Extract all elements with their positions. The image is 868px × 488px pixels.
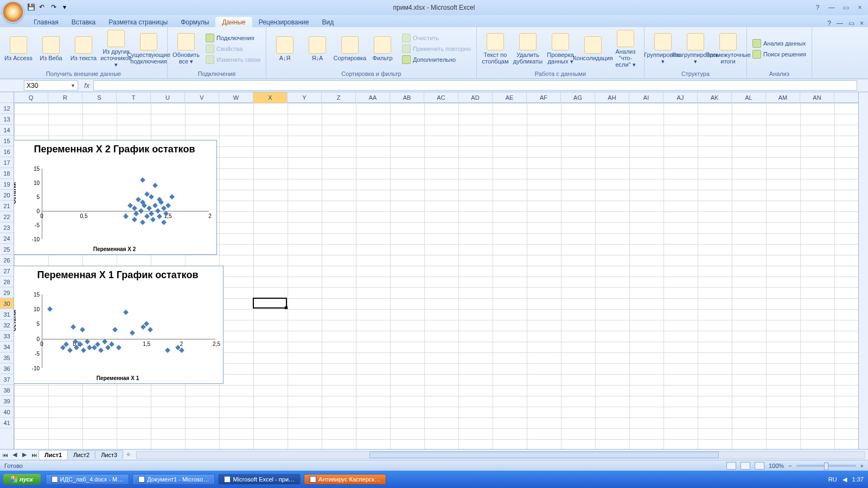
- row-header-24[interactable]: 24: [0, 233, 14, 244]
- row-header-29[interactable]: 29: [0, 287, 14, 298]
- ribbon-подключения[interactable]: Подключения: [203, 33, 263, 43]
- col-header-Q[interactable]: Q: [14, 92, 48, 103]
- col-header-W[interactable]: W: [219, 92, 253, 103]
- row-header-20[interactable]: 20: [0, 190, 14, 201]
- ribbon-дополнительно[interactable]: Дополнительно: [400, 55, 473, 65]
- fx-icon[interactable]: fx: [80, 82, 93, 89]
- row-header-40[interactable]: 40: [0, 407, 14, 418]
- col-header-AE[interactable]: AE: [493, 92, 527, 103]
- row-header-39[interactable]: 39: [0, 396, 14, 407]
- row-header-12[interactable]: 12: [0, 103, 14, 114]
- row-header-31[interactable]: 31: [0, 309, 14, 320]
- col-header-AD[interactable]: AD: [458, 92, 493, 103]
- tab-разметка страницы[interactable]: Разметка страницы: [102, 17, 174, 27]
- row-header-37[interactable]: 37: [0, 374, 14, 385]
- col-header-S[interactable]: S: [82, 92, 117, 103]
- col-header-Y[interactable]: Y: [288, 92, 322, 103]
- start-button[interactable]: пуск: [3, 474, 41, 485]
- col-header-AI[interactable]: AI: [629, 92, 663, 103]
- col-header-AK[interactable]: AK: [698, 92, 732, 103]
- col-header-AC[interactable]: AC: [424, 92, 458, 103]
- sheet-nav-last[interactable]: ⏭: [29, 452, 39, 458]
- taskbar-item[interactable]: Антивирус Касперск…: [304, 474, 386, 485]
- ribbon-из-текста[interactable]: Из текста: [68, 35, 99, 62]
- formula-input[interactable]: [93, 80, 857, 91]
- tray-icon[interactable]: ◀: [843, 476, 847, 483]
- row-header-21[interactable]: 21: [0, 201, 14, 211]
- col-header-T[interactable]: T: [117, 92, 151, 103]
- col-header-AN[interactable]: AN: [800, 92, 834, 103]
- row-header-23[interactable]: 23: [0, 222, 14, 233]
- taskbar-item[interactable]: Microsoft Excel - при…: [218, 474, 301, 485]
- ribbon-анализ-что-если-[interactable]: Анализ "что-если" ▾: [610, 29, 641, 69]
- zoom-slider[interactable]: [796, 465, 856, 467]
- view-normal-icon[interactable]: [726, 462, 736, 470]
- ribbon-restore-icon[interactable]: ▭: [848, 20, 854, 27]
- sheet-tab-Лист3[interactable]: Лист3: [95, 450, 123, 459]
- row-header-22[interactable]: 22: [0, 211, 14, 222]
- ribbon-анализ-данных[interactable]: Анализ данных: [750, 38, 808, 48]
- tray-lang[interactable]: RU: [828, 476, 837, 483]
- view-layout-icon[interactable]: [741, 462, 750, 470]
- tab-данные[interactable]: Данные: [215, 17, 252, 27]
- col-header-AF[interactable]: AF: [527, 92, 561, 103]
- chart-residuals-x2[interactable]: Переменная X 2 График остатков-10-505101…: [14, 140, 217, 255]
- row-header-17[interactable]: 17: [0, 157, 14, 168]
- name-box[interactable]: X30 ▼: [24, 80, 78, 91]
- row-header-41[interactable]: 41: [0, 418, 14, 428]
- row-header-38[interactable]: 38: [0, 385, 14, 396]
- ribbon-консолидация[interactable]: Консолидация: [578, 35, 608, 62]
- ribbon-min-icon[interactable]: —: [837, 20, 843, 27]
- chart-residuals-x1[interactable]: Переменная X 1 График остатков-10-505101…: [14, 266, 224, 384]
- sheet-nav-first[interactable]: ⏮: [0, 452, 10, 458]
- row-header-19[interactable]: 19: [0, 179, 14, 190]
- ribbon-существующие-подключения[interactable]: Существующие подключения: [133, 32, 164, 66]
- redo-icon[interactable]: ↷: [51, 3, 60, 12]
- ribbon-сортировка[interactable]: Сортировка: [335, 35, 365, 62]
- restore-inner-icon[interactable]: ▭: [841, 4, 851, 11]
- sheet-tab-Лист2[interactable]: Лист2: [67, 450, 95, 459]
- col-header-AH[interactable]: AH: [595, 92, 629, 103]
- help-icon[interactable]: ?: [813, 4, 822, 11]
- zoom-in-icon[interactable]: +: [860, 463, 864, 469]
- ribbon-из-веба[interactable]: Из Веба: [36, 35, 66, 62]
- row-header-32[interactable]: 32: [0, 320, 14, 331]
- ribbon-фильтр[interactable]: Фильтр: [367, 35, 398, 62]
- ribbon-текст-по-столбцам[interactable]: Текст по столбцам: [480, 32, 510, 66]
- sheet-tab-Лист1[interactable]: Лист1: [39, 450, 68, 459]
- save-icon[interactable]: 💾: [27, 3, 36, 12]
- tab-главная[interactable]: Главная: [27, 17, 65, 27]
- row-header-16[interactable]: 16: [0, 146, 14, 157]
- ribbon-из-access[interactable]: Из Access: [3, 35, 34, 62]
- ribbon-поиск-решения[interactable]: Поиск решения: [750, 49, 808, 59]
- qat-more-icon[interactable]: ▾: [63, 3, 72, 12]
- tab-формулы[interactable]: Формулы: [174, 17, 215, 27]
- view-break-icon[interactable]: [755, 462, 764, 470]
- row-header-15[interactable]: 15: [0, 136, 14, 146]
- ribbon-удалить-дубликаты[interactable]: Удалить дубликаты: [513, 32, 543, 66]
- sheet-nav-prev[interactable]: ◀: [10, 451, 20, 458]
- office-button[interactable]: [2, 1, 24, 23]
- row-header-33[interactable]: 33: [0, 331, 14, 342]
- col-header-R[interactable]: R: [48, 92, 82, 103]
- row-header-14[interactable]: 14: [0, 125, 14, 136]
- row-header-18[interactable]: 18: [0, 168, 14, 179]
- row-header-34[interactable]: 34: [0, 342, 14, 352]
- row-header-30[interactable]: 30: [0, 298, 14, 309]
- min-inner-icon[interactable]: —: [827, 4, 837, 11]
- row-header-26[interactable]: 26: [0, 255, 14, 266]
- row-header-13[interactable]: 13: [0, 114, 14, 125]
- col-header-Z[interactable]: Z: [322, 92, 356, 103]
- row-header-28[interactable]: 28: [0, 277, 14, 287]
- row-header-25[interactable]: 25: [0, 244, 14, 255]
- new-sheet-icon[interactable]: ✧: [123, 451, 133, 458]
- row-header-27[interactable]: 27: [0, 266, 14, 277]
- tab-вид[interactable]: Вид: [315, 17, 340, 27]
- col-header-AJ[interactable]: AJ: [663, 92, 698, 103]
- name-box-dropdown-icon[interactable]: ▼: [71, 83, 75, 88]
- row-header-36[interactable]: 36: [0, 363, 14, 374]
- col-header-AA[interactable]: AA: [356, 92, 390, 103]
- ribbon-промежуточные-итоги[interactable]: Промежуточные итоги: [713, 32, 743, 66]
- tab-вставка[interactable]: Вставка: [65, 17, 103, 27]
- col-header-AM[interactable]: AM: [766, 92, 800, 103]
